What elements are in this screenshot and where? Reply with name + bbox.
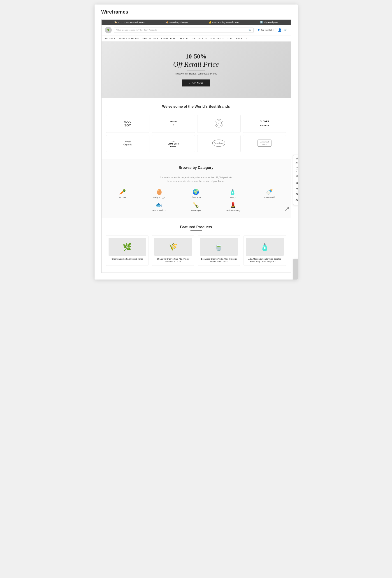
category-beverages[interactable]: 🍾 Beverages: [179, 202, 213, 212]
hero-section: 10-50% Off Retail Price Trustworthy Bran…: [102, 42, 291, 98]
brand-logo-simply: simplyOrganic: [121, 139, 134, 148]
hero-discount: 10-50%: [106, 53, 286, 60]
products-grid: 🌿 Organic Jacobs Farm Mixed Herbs 🌾 24 M…: [106, 235, 286, 266]
truck-icon: 🚚: [165, 21, 168, 23]
brand-hodo-soy[interactable]: HODOSOY: [106, 115, 149, 133]
product-3-name: Eco Juice Organic Yerba Mate Hibiscus Ye…: [200, 258, 238, 263]
meat-icon: 🐟: [142, 202, 176, 208]
poultry-label: Poultry (3): [296, 170, 298, 173]
category-pantry[interactable]: 🧴 Pantry: [216, 189, 249, 198]
filter-brands[interactable]: Brands +: [296, 180, 298, 186]
product-4[interactable]: 🧴 A La Maison Lavender Aloe Scented Hand…: [244, 235, 286, 266]
svg-text:Arrowhead: Arrowhead: [260, 141, 268, 143]
ethnic-label: Ethnic Food: [179, 196, 213, 198]
product-1[interactable]: 🌿 Organic Jacobs Farm Mixed Herbs: [106, 235, 148, 266]
profile-icon[interactable]: 👤: [278, 28, 282, 32]
category-meat-seafood[interactable]: 🐟 Meat & Seafood: [142, 202, 176, 212]
svg-text:●: ●: [218, 123, 219, 125]
brand-badge[interactable]: ●: [197, 115, 241, 133]
top-banner: 🏷️ 10 TO 50% OFF Retail Prices 🚚 No Deli…: [102, 20, 291, 25]
money-icon: 💰: [209, 21, 211, 23]
cart-icon[interactable]: 🛒: [283, 28, 287, 32]
brand-logo-clover: CLOVERSTORNETTA: [258, 119, 271, 129]
nav-beverages[interactable]: BEVERAGES: [210, 37, 223, 40]
brand-arrowhead-mills[interactable]: ArrowheadMills: [243, 135, 286, 152]
sidebar-all[interactable]: All: [296, 162, 298, 164]
search-icon: 🔍: [249, 29, 251, 31]
banner-item-discount: 🏷️ 10 TO 50% OFF Retail Prices: [114, 21, 145, 23]
overlay-product-img: 🥩: [293, 259, 298, 280]
nav-health-beauty[interactable]: HEALTH & BEAUTY: [227, 37, 247, 40]
brand-straus[interactable]: STRAUS🐄: [152, 115, 195, 133]
product-2[interactable]: 🌾 24 Mantra Organic Ragi Atta (Finger Mi…: [152, 235, 194, 266]
category-produce[interactable]: 🥕 Produce: [106, 189, 139, 198]
svg-text:Arrowhead: Arrowhead: [214, 142, 223, 144]
sidebar-category-title: MEAT & SEAFOOD: [296, 157, 298, 160]
category-health-beauty[interactable]: 💄 Health & Beauty: [216, 202, 250, 212]
filter-discount[interactable]: Discount +: [296, 191, 298, 197]
brand-logo-llano: EST.Llano SecoRANCHO: [165, 139, 181, 148]
sidebar-item-deli-meat[interactable]: Deli Meat (7) ›: [296, 165, 298, 170]
banner-item-delivery: 🚚 No Delivery Charges: [165, 21, 188, 23]
header-actions: 👤 Join the Club ▾ 👤 🛒: [256, 28, 287, 32]
category-ethnic-food[interactable]: 🌍 Ethnic Food: [179, 189, 213, 198]
shop-now-button[interactable]: SHOP NOW: [182, 80, 210, 87]
baby-icon: 🍼: [253, 189, 286, 195]
svg-text:CLOVER: CLOVER: [260, 120, 269, 123]
dairy-label: Dairy & Eggs: [143, 196, 176, 198]
filter-availability[interactable]: Availablity +: [296, 197, 298, 202]
brand-clover[interactable]: CLOVERSTORNETTA: [243, 115, 286, 133]
brand-arrowhead[interactable]: Arrowhead: [197, 135, 241, 152]
brands-filter-label: Brands: [296, 182, 298, 184]
brands-underline: [190, 110, 202, 110]
categories-row2: 🐟 Meat & Seafood 🍾 Beverages 💄 Health & …: [142, 202, 250, 212]
nav-ethnic-food[interactable]: ETHNIC FOOD: [161, 37, 176, 40]
category-section: Browse by Category Choose from a wide ra…: [102, 159, 291, 218]
health-label: Health & Beauty: [216, 209, 250, 212]
health-icon: 💄: [216, 202, 250, 208]
produce-icon: 🥕: [106, 189, 139, 195]
search-bar[interactable]: What are you looking for? Eg: Dairy Prod…: [114, 28, 254, 33]
svg-text:Organic: Organic: [124, 143, 132, 146]
sidebar-filters: Brands + Price + Discount + Availablity …: [296, 180, 298, 202]
nav-produce[interactable]: PRODUCE: [105, 37, 116, 40]
availability-filter-label: Availablity: [296, 199, 298, 201]
brand-llano-seco[interactable]: EST.Llano SecoRANCHO: [152, 135, 195, 152]
filter-price[interactable]: Price +: [296, 186, 298, 191]
beverages-label: Beverages: [179, 209, 213, 212]
page-wrapper: Wireframes 🏷️ 10 TO 50% OFF Retail Price…: [94, 4, 298, 280]
baby-label: Baby World: [253, 196, 286, 198]
info-icon: ℹ️: [260, 21, 263, 23]
logo[interactable]: 🌿: [105, 27, 112, 33]
banner-item-earn: 💰 Earn recurring money for ever: [209, 21, 239, 23]
brand-simply-organic[interactable]: simplyOrganic: [106, 135, 149, 152]
category-dairy-eggs[interactable]: 🥚 Dairy & Eggs: [143, 189, 176, 198]
meat-label: Meat & Seafood: [142, 209, 176, 212]
sidebar-item-poultry[interactable]: Poultry (3): [296, 170, 298, 174]
product-card-overlay[interactable]: 🥩 Applegate Sliced Roast Beef - Gluten F…: [293, 259, 298, 280]
hero-underline: [187, 70, 205, 70]
produce-label: Produce: [106, 196, 139, 198]
curve-arrow-indicator: ↗: [284, 204, 290, 212]
product-1-img: 🌿: [109, 238, 146, 256]
beverages-icon: 🍾: [179, 202, 213, 208]
categories-row1: 🥕 Produce 🥚 Dairy & Eggs 🌍 Ethnic Food 🧴…: [106, 189, 286, 198]
join-club-button[interactable]: 👤 Join the Club ▾: [256, 28, 276, 32]
sidebar-item-seafood[interactable]: Seafood (2): [296, 174, 298, 178]
chevron-down-icon: ▾: [273, 29, 274, 31]
featured-section: Featured Products 🌿 Organic Jacobs Farm …: [102, 218, 291, 273]
product-3[interactable]: 🍵 Eco Juice Organic Yerba Mate Hibiscus …: [198, 235, 240, 266]
svg-text:Llano Seco: Llano Seco: [168, 143, 179, 145]
site-wrapper: 🏷️ 10 TO 50% OFF Retail Prices 🚚 No Deli…: [101, 19, 291, 273]
nav-meat-seafood[interactable]: MEAT & SEAFOOD: [119, 37, 138, 40]
nav-baby-world[interactable]: BABY WORLD: [192, 37, 207, 40]
category-baby-world[interactable]: 🍼 Baby World: [253, 189, 286, 198]
seafood-label: Seafood (2): [296, 175, 298, 177]
product-4-img: 🧴: [246, 238, 283, 256]
nav-dairy-eggs[interactable]: DAIRY & EGGS: [142, 37, 158, 40]
nav-pantry[interactable]: PANTRY: [180, 37, 189, 40]
search-placeholder: What are you looking for? Eg: Dairy Prod…: [116, 29, 247, 31]
product-2-img: 🌾: [154, 238, 192, 256]
banner-item-why: ℹ️ Why Freshpep?: [260, 21, 278, 23]
pantry-label: Pantry: [216, 196, 249, 198]
